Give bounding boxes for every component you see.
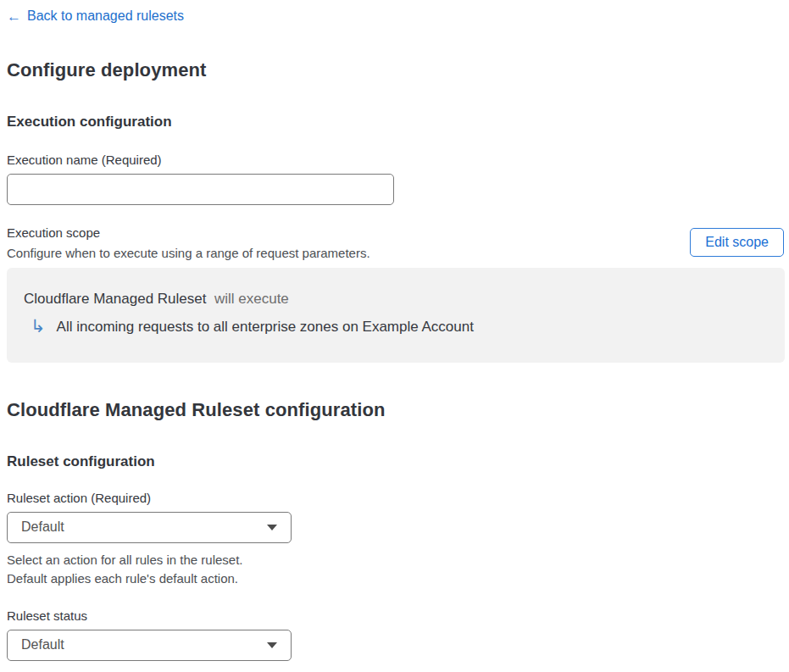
ruleset-action-help: Select an action for all rules in the ru… [7,551,784,588]
scope-detail-text: All incoming requests to all enterprise … [57,319,474,336]
ruleset-action-help-line1: Select an action for all rules in the ru… [7,551,784,569]
scope-summary-box: Cloudflare Managed Ruleset will execute … [7,268,785,363]
ruleset-status-selected-value: Default [21,637,64,653]
ruleset-configuration-subheading: Ruleset configuration [7,453,784,470]
ruleset-action-select[interactable]: Default [7,512,292,543]
ruleset-status-select[interactable]: Default [7,630,292,661]
ruleset-action-help-line2: Default applies each rule's default acti… [7,569,784,588]
execution-name-label: Execution name (Required) [7,153,784,167]
back-to-managed-rulesets-link[interactable]: ← Back to managed rulesets [7,8,184,24]
execution-name-input[interactable] [7,174,394,205]
edit-scope-button[interactable]: Edit scope [690,228,784,257]
chevron-down-icon [267,642,277,648]
execution-scope-row: Execution scope Configure when to execut… [7,225,784,260]
ruleset-action-label: Ruleset action (Required) [7,491,784,505]
back-arrow-icon: ← [7,9,21,24]
scope-summary-detail: ↳ All incoming requests to all enterpris… [31,319,762,336]
page-title: Configure deployment [7,59,784,81]
chevron-down-icon [267,525,277,530]
configure-deployment-page: ← Back to managed rulesets Configure dep… [0,0,789,672]
execution-scope-label: Execution scope [7,225,370,240]
back-link-label: Back to managed rulesets [27,8,184,24]
execution-scope-description: Configure when to execute using a range … [7,246,370,260]
ruleset-status-help-line1: Select a status for all rules in the rul… [7,669,784,672]
ruleset-status-help: Select a status for all rules in the rul… [7,669,784,672]
ruleset-action-selected-value: Default [21,519,64,535]
execution-configuration-heading: Execution configuration [7,114,784,131]
will-execute-suffix: will execute [214,291,289,307]
ruleset-configuration-page-heading: Cloudflare Managed Ruleset configuration [7,399,784,421]
execution-scope-text-block: Execution scope Configure when to execut… [7,225,370,260]
ruleset-status-label: Ruleset status [7,608,784,623]
scope-summary-headline: Cloudflare Managed Ruleset will execute [24,291,762,308]
ruleset-name-text: Cloudflare Managed Ruleset [24,291,206,307]
elbow-arrow-icon: ↳ [31,317,46,335]
